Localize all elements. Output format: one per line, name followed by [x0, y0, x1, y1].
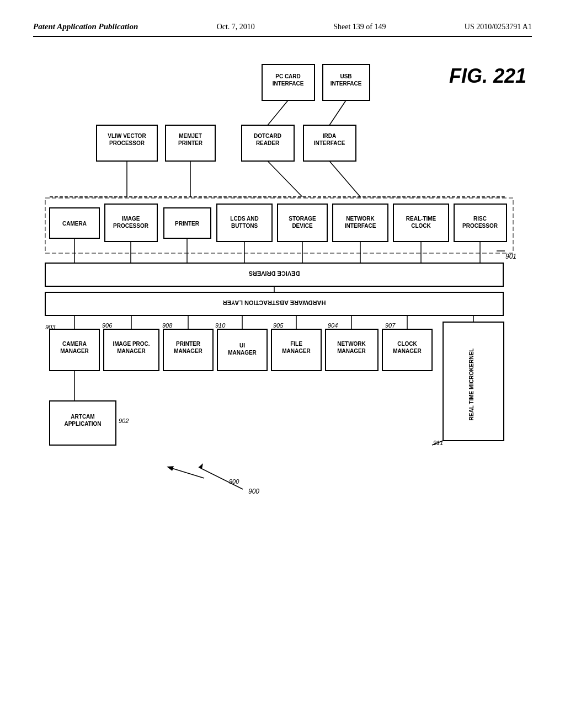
svg-line-109 [268, 100, 288, 125]
svg-rect-18 [50, 208, 99, 238]
svg-line-84 [168, 467, 204, 478]
svg-text:MANAGER: MANAGER [228, 350, 257, 356]
svg-text:910: 910 [215, 322, 226, 329]
svg-text:CAMERA: CAMERA [62, 341, 87, 347]
publication-date: Oct. 7, 2010 [217, 23, 255, 31]
svg-text:908: 908 [162, 322, 173, 329]
svg-rect-77 [50, 401, 116, 445]
svg-rect-37 [454, 204, 507, 242]
svg-rect-12 [242, 125, 294, 161]
svg-text:NETWORK: NETWORK [337, 341, 366, 347]
svg-text:900: 900 [248, 488, 259, 495]
svg-text:IMAGE PROC.: IMAGE PROC. [113, 341, 150, 347]
svg-text:NETWORK: NETWORK [346, 216, 375, 222]
diagram-svg: PC CARD INTERFACE USB INTERFACE VLIW VEC… [33, 48, 532, 699]
svg-text:PRINTER: PRINTER [178, 140, 203, 146]
svg-text:MEMJET: MEMJET [179, 133, 202, 139]
page: Patent Application Publication Oct. 7, 2… [0, 0, 565, 728]
svg-text:PC CARD: PC CARD [275, 73, 301, 79]
svg-text:HARDWARE ABSTRACTION LAYER: HARDWARE ABSTRACTION LAYER [223, 299, 326, 306]
svg-text:APPLICATION: APPLICATION [64, 421, 101, 427]
svg-line-110 [329, 100, 346, 125]
svg-text:MANAGER: MANAGER [117, 348, 146, 354]
svg-rect-31 [333, 204, 388, 242]
svg-text:INTERFACE: INTERFACE [314, 140, 345, 146]
svg-rect-40 [45, 198, 513, 253]
svg-rect-75 [443, 322, 504, 441]
svg-rect-6 [97, 125, 157, 161]
svg-text:UI: UI [239, 342, 245, 349]
svg-rect-25 [217, 204, 272, 242]
svg-text:907: 907 [385, 322, 396, 329]
svg-text:REAL TIME MICROKERNEL: REAL TIME MICROKERNEL [468, 349, 475, 421]
svg-text:900: 900 [229, 478, 239, 485]
svg-text:906: 906 [102, 322, 113, 329]
svg-text:INTERFACE: INTERFACE [273, 81, 304, 87]
svg-rect-43 [45, 263, 503, 286]
svg-rect-59 [217, 329, 267, 371]
svg-text:PRINTER: PRINTER [175, 221, 200, 227]
svg-text:CLOCK: CLOCK [397, 341, 417, 347]
svg-text:RISC: RISC [473, 216, 487, 222]
svg-rect-51 [104, 329, 159, 371]
svg-line-83 [432, 441, 443, 445]
svg-text:READER: READER [256, 140, 280, 146]
svg-text:CLOCK: CLOCK [411, 223, 431, 229]
svg-text:USB: USB [340, 73, 351, 79]
svg-text:DOTCARD: DOTCARD [254, 133, 281, 139]
svg-text:PRINTER: PRINTER [176, 341, 201, 347]
svg-rect-20 [105, 204, 157, 242]
svg-line-108 [329, 161, 360, 197]
svg-text:DEVICE: DEVICE [292, 223, 313, 229]
figure-label: FIG. 221 [449, 65, 526, 88]
svg-text:PROCESSOR: PROCESSOR [462, 223, 498, 229]
svg-text:901: 901 [505, 253, 516, 260]
svg-rect-55 [163, 329, 213, 371]
svg-text:903: 903 [45, 324, 56, 330]
svg-text:LCDS AND: LCDS AND [230, 216, 258, 222]
patent-number: US 2010/0253791 A1 [465, 23, 532, 31]
svg-text:VLIW VECTOR: VLIW VECTOR [108, 133, 146, 139]
page-header: Patent Application Publication Oct. 7, 2… [33, 22, 532, 37]
svg-text:904: 904 [328, 322, 338, 329]
svg-text:MANAGER: MANAGER [393, 348, 422, 354]
publication-title: Patent Application Publication [33, 22, 138, 31]
svg-line-107 [268, 161, 302, 197]
svg-text:CAMERA: CAMERA [62, 221, 87, 227]
svg-text:MANAGER: MANAGER [282, 348, 311, 354]
svg-text:MANAGER: MANAGER [337, 348, 366, 354]
svg-marker-114 [199, 463, 203, 469]
svg-rect-67 [326, 329, 378, 371]
svg-rect-71 [382, 329, 432, 371]
svg-text:BUTTONS: BUTTONS [231, 223, 258, 229]
svg-text:REAL-TIME: REAL-TIME [406, 216, 436, 222]
svg-rect-28 [278, 204, 327, 242]
svg-text:MANAGER: MANAGER [174, 348, 202, 354]
svg-text:IRDA: IRDA [323, 133, 336, 139]
sheet-info: Sheet 139 of 149 [333, 23, 386, 31]
svg-rect-15 [303, 125, 356, 161]
svg-text:PROCESSOR: PROCESSOR [109, 140, 145, 146]
svg-rect-3 [323, 65, 370, 100]
svg-text:IMAGE: IMAGE [122, 216, 140, 222]
svg-text:ARTCAM: ARTCAM [71, 414, 94, 420]
svg-text:PROCESSOR: PROCESSOR [113, 223, 149, 229]
svg-rect-45 [45, 292, 503, 315]
svg-text:911: 911 [433, 440, 443, 446]
svg-text:MANAGER: MANAGER [60, 348, 89, 354]
diagram-area: FIG. 221 PC CARD INTERFACE USB INTERFACE… [33, 48, 532, 699]
svg-line-112 [199, 467, 243, 489]
svg-rect-47 [50, 329, 99, 371]
svg-rect-23 [164, 208, 211, 238]
svg-text:FILE: FILE [290, 341, 302, 347]
svg-rect-34 [393, 204, 449, 242]
svg-text:DEVICE DRIVERS: DEVICE DRIVERS [249, 270, 300, 277]
svg-text:905: 905 [273, 322, 284, 329]
svg-text:STORAGE: STORAGE [289, 216, 316, 222]
svg-text:902: 902 [119, 417, 129, 424]
svg-text:INTERFACE: INTERFACE [345, 223, 376, 229]
svg-rect-9 [166, 125, 215, 161]
svg-text:INTERFACE: INTERFACE [331, 81, 362, 87]
svg-rect-0 [262, 65, 315, 100]
svg-rect-63 [271, 329, 321, 371]
